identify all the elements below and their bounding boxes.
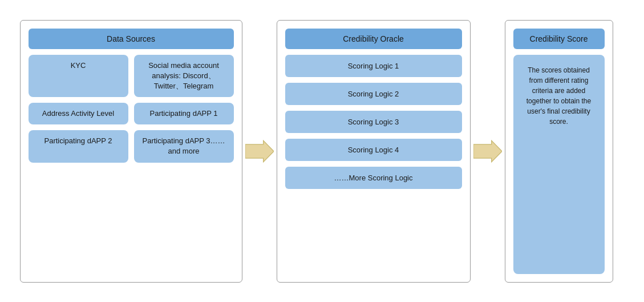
svg-marker-1: [473, 140, 502, 162]
score-header: Credibility Score: [513, 29, 605, 49]
kyc-box: KYC: [29, 55, 128, 98]
arrow1: [242, 140, 277, 163]
score-description: The scores obtained from different ratin…: [519, 61, 599, 131]
svg-marker-0: [245, 140, 274, 162]
oracle-list: Scoring Logic 1 Scoring Logic 2 Scoring …: [285, 55, 462, 189]
dapp2-box: Participating dAPP 2: [29, 130, 128, 162]
dapp1-box: Participating dAPP 1: [134, 103, 234, 124]
scoring-logic-more: ……More Scoring Logic: [285, 167, 462, 189]
scoring-logic-1: Scoring Logic 1: [285, 55, 462, 77]
social-media-box: Social media account analysis: Discord、T…: [134, 55, 234, 98]
datasources-header: Data Sources: [29, 29, 234, 49]
scoring-logic-2: Scoring Logic 2: [285, 83, 462, 105]
score-description-box: The scores obtained from different ratin…: [513, 55, 605, 274]
scoring-logic-4: Scoring Logic 4: [285, 139, 462, 161]
datasources-panel: Data Sources KYC Social media account an…: [20, 20, 242, 283]
address-activity-box: Address Activity Level: [29, 103, 128, 124]
score-panel: Credibility Score The scores obtained fr…: [505, 20, 613, 283]
diagram-container: Data Sources KYC Social media account an…: [9, 9, 636, 294]
dapp3-box: Participating dAPP 3……and more: [134, 130, 234, 162]
oracle-panel: Credibility Oracle Scoring Logic 1 Scori…: [277, 20, 471, 283]
scoring-logic-3: Scoring Logic 3: [285, 111, 462, 133]
datasources-grid: KYC Social media account analysis: Disco…: [29, 55, 234, 163]
arrow2: [471, 140, 505, 163]
oracle-header: Credibility Oracle: [285, 29, 462, 49]
